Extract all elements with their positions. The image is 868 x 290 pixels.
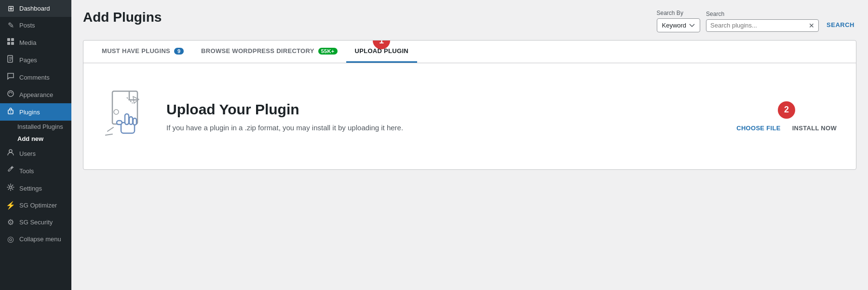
upload-icon-area <box>103 89 151 144</box>
sidebar-item-users[interactable]: Users <box>0 145 71 162</box>
sidebar-sub-add-new[interactable]: Add new <box>0 133 71 145</box>
sidebar-item-sg-security[interactable]: ⚙ SG Security <box>0 214 71 231</box>
tab-upload[interactable]: 1 UPLOAD PLUGIN <box>346 41 418 63</box>
sidebar-item-label: Settings <box>19 185 42 192</box>
media-icon <box>6 38 15 47</box>
sidebar-item-media[interactable]: Media <box>0 34 71 51</box>
sidebar: ⊞ Dashboard ✎ Posts Media Pages Comments… <box>0 0 71 290</box>
sidebar-item-collapse[interactable]: ◎ Collapse menu <box>0 231 71 248</box>
sidebar-item-label: SG Optimizer <box>19 202 57 209</box>
sidebar-item-comments[interactable]: Comments <box>0 69 71 86</box>
pages-icon <box>6 55 15 65</box>
search-input[interactable] <box>710 22 807 29</box>
chevron-down-icon <box>689 24 695 28</box>
upload-illustration <box>103 89 151 142</box>
search-by-value: Keyword <box>662 22 687 29</box>
posts-icon: ✎ <box>6 21 15 30</box>
step-badge-2: 2 <box>778 101 795 119</box>
sidebar-item-label: Media <box>19 39 36 46</box>
sidebar-item-dashboard[interactable]: ⊞ Dashboard <box>0 0 71 17</box>
svg-line-19 <box>108 127 113 131</box>
upload-actions: 2 CHOOSE FILE INSTALL NOW <box>736 101 837 132</box>
sidebar-item-sg-optimizer[interactable]: ⚡ SG Optimizer <box>0 197 71 214</box>
action-row: CHOOSE FILE INSTALL NOW <box>736 124 837 132</box>
appearance-icon <box>6 90 15 99</box>
sg-optimizer-icon: ⚡ <box>6 201 15 210</box>
svg-point-12 <box>10 186 12 189</box>
plugins-icon <box>6 107 15 117</box>
sidebar-item-tools[interactable]: Tools <box>0 162 71 180</box>
search-by-label: Search By <box>657 10 701 16</box>
svg-rect-17 <box>133 118 136 125</box>
sidebar-sub-installed-plugins[interactable]: Installed Plugins <box>0 121 71 133</box>
sidebar-item-plugins[interactable]: Plugins <box>0 103 71 121</box>
header-row: Add Plugins Search By Keyword Search ✕ S… <box>83 10 856 32</box>
sidebar-item-label: Appearance <box>19 91 53 98</box>
sub-label: Installed Plugins <box>17 123 63 130</box>
dashboard-icon: ⊞ <box>6 4 15 13</box>
sidebar-item-label: Pages <box>19 56 37 64</box>
install-now-button[interactable]: INSTALL NOW <box>792 124 837 132</box>
tools-icon <box>6 166 15 176</box>
search-label: Search <box>706 11 819 17</box>
sidebar-item-label: Collapse menu <box>19 235 61 243</box>
sidebar-item-pages[interactable]: Pages <box>0 51 71 69</box>
sidebar-item-label: Users <box>19 150 36 157</box>
tab-badge-browse: 55K+ <box>318 48 338 55</box>
comments-icon <box>6 72 15 82</box>
main-content: Add Plugins Search By Keyword Search ✕ S… <box>71 0 868 290</box>
page-title: Add Plugins <box>83 10 162 25</box>
svg-rect-0 <box>7 38 10 41</box>
upload-content: Upload Your Plugin If you have a plugin … <box>83 63 856 169</box>
tabs-container: MUST HAVE PLUGINS 9 BROWSE WORDPRESS DIR… <box>83 40 856 170</box>
svg-rect-18 <box>117 121 122 124</box>
users-icon <box>6 149 15 158</box>
svg-point-8 <box>8 91 14 97</box>
upload-text-area: Upload Your Plugin If you have a plugin … <box>166 101 721 132</box>
sidebar-item-appearance[interactable]: Appearance <box>0 86 71 103</box>
svg-rect-2 <box>7 42 10 45</box>
upload-description: If you have a plugin in a .zip format, y… <box>166 124 721 132</box>
svg-line-20 <box>106 134 112 135</box>
collapse-icon: ◎ <box>6 235 15 244</box>
sidebar-item-label: Tools <box>19 167 34 175</box>
search-input-wrap: ✕ <box>706 19 819 32</box>
sidebar-item-label: Plugins <box>19 109 40 116</box>
tab-badge-must-have: 9 <box>174 48 184 55</box>
sidebar-item-label: SG Security <box>19 219 53 226</box>
tab-browse[interactable]: BROWSE WORDPRESS DIRECTORY 55K+ <box>192 41 346 63</box>
svg-rect-1 <box>11 38 14 41</box>
tab-must-have[interactable]: MUST HAVE PLUGINS 9 <box>93 41 192 63</box>
sg-security-icon: ⚙ <box>6 218 15 227</box>
tab-label: BROWSE WORDPRESS DIRECTORY <box>201 47 314 55</box>
settings-icon <box>6 183 15 193</box>
sidebar-item-label: Posts <box>19 22 35 29</box>
svg-point-11 <box>9 150 12 152</box>
sub-label: Add new <box>17 135 43 142</box>
choose-file-button[interactable]: CHOOSE FILE <box>736 124 780 132</box>
tabs-header: MUST HAVE PLUGINS 9 BROWSE WORDPRESS DIR… <box>83 41 856 63</box>
search-area: Search By Keyword Search ✕ SEARCH <box>657 10 856 32</box>
svg-rect-3 <box>11 42 14 45</box>
svg-rect-15 <box>125 114 129 124</box>
svg-rect-16 <box>129 117 133 124</box>
sidebar-item-posts[interactable]: ✎ Posts <box>0 17 71 34</box>
sidebar-item-label: Comments <box>19 74 50 81</box>
clear-search-button[interactable]: ✕ <box>809 22 814 29</box>
search-by-select[interactable]: Keyword <box>657 18 701 32</box>
sidebar-item-settings[interactable]: Settings <box>0 180 71 197</box>
sidebar-item-label: Dashboard <box>19 5 50 12</box>
tab-label: MUST HAVE PLUGINS <box>102 47 170 55</box>
upload-title: Upload Your Plugin <box>166 101 721 118</box>
search-button[interactable]: SEARCH <box>825 21 856 32</box>
